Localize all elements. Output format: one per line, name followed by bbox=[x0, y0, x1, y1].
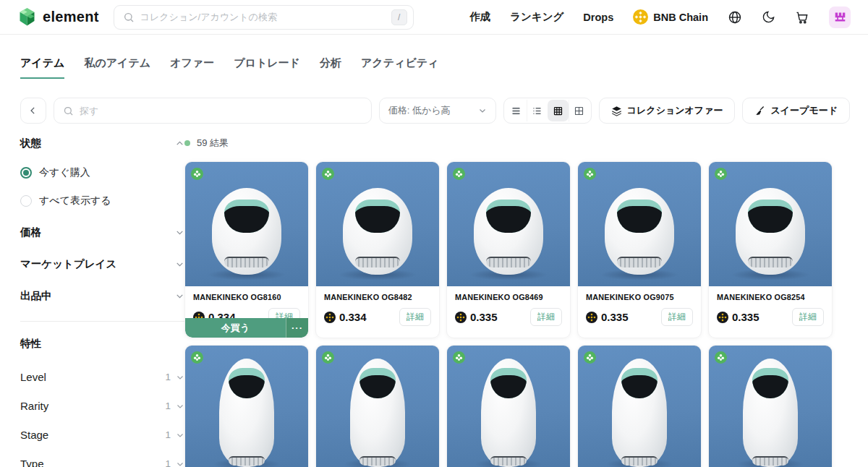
nft-card[interactable] bbox=[708, 345, 833, 467]
results-row: 59 結果 bbox=[184, 137, 850, 150]
broom-icon bbox=[754, 106, 765, 116]
tab-item[interactable]: オファー bbox=[170, 56, 214, 79]
wallet-button[interactable] bbox=[829, 7, 851, 28]
view-small-grid-icon[interactable] bbox=[548, 100, 569, 121]
nft-image bbox=[185, 162, 308, 286]
item-search-input[interactable] bbox=[80, 106, 362, 116]
cart-icon[interactable] bbox=[795, 10, 809, 25]
robot-body bbox=[612, 359, 667, 467]
buy-now-bar[interactable]: 今買う ··· bbox=[185, 318, 308, 338]
nft-card[interactable] bbox=[184, 345, 309, 467]
nft-image bbox=[578, 346, 701, 467]
bnb-coin-icon bbox=[717, 312, 728, 323]
robot-base bbox=[355, 257, 400, 267]
robot-visor bbox=[621, 368, 658, 398]
details-button[interactable]: 詳細 bbox=[661, 308, 693, 326]
details-button[interactable]: 詳細 bbox=[530, 308, 562, 326]
chevron-icon bbox=[175, 228, 184, 237]
robot-base bbox=[359, 456, 396, 466]
robot-visor bbox=[359, 368, 396, 398]
view-detailed-list-icon[interactable] bbox=[506, 100, 527, 121]
trait-filter-row[interactable]: Type 1 bbox=[20, 458, 184, 467]
trait-filter-row[interactable]: Rarity 1 bbox=[20, 400, 184, 412]
details-button[interactable]: 詳細 bbox=[399, 308, 431, 326]
view-list-icon[interactable] bbox=[527, 100, 548, 121]
nft-image bbox=[447, 346, 570, 467]
robot-visor bbox=[229, 368, 265, 398]
dark-mode-moon-icon[interactable] bbox=[762, 10, 775, 24]
chevron-down-icon bbox=[478, 106, 487, 115]
sidebar-divider bbox=[20, 321, 184, 322]
results-count: 59 結果 bbox=[197, 137, 229, 150]
nft-price: 0.334 bbox=[324, 311, 367, 323]
brand-logo[interactable]: element bbox=[17, 7, 99, 27]
collapse-filters-button[interactable] bbox=[20, 98, 46, 124]
filter-section-header[interactable]: 価格 bbox=[20, 226, 184, 239]
filter-section-header[interactable]: マーケットプレイス bbox=[20, 257, 184, 271]
details-button[interactable]: 詳細 bbox=[792, 308, 824, 326]
header-nav-link[interactable]: 作成 bbox=[469, 10, 490, 24]
collection-tabs: アイテム私のアイテムオファープロトレード分析アクティビティ bbox=[0, 56, 868, 79]
nft-image bbox=[185, 346, 308, 467]
nft-title: MANEKINEKO OG8254 bbox=[717, 293, 824, 301]
trait-filter-row[interactable]: Stage 1 bbox=[20, 429, 184, 441]
nft-card[interactable]: MANEKINEKO OG8254 0.335 bbox=[708, 161, 833, 338]
collection-badge-icon bbox=[191, 351, 203, 364]
item-search[interactable] bbox=[54, 98, 372, 124]
nft-image bbox=[709, 346, 832, 467]
nft-card[interactable]: MANEKINEKO OG8160 0.334 bbox=[184, 161, 309, 338]
more-options-button[interactable]: ··· bbox=[286, 318, 308, 338]
radio-option[interactable]: 今すぐ購入 bbox=[20, 166, 184, 179]
collection-badge-icon bbox=[191, 168, 203, 180]
tab-item[interactable]: プロトレード bbox=[234, 56, 300, 79]
bnb-coin-icon bbox=[586, 312, 597, 323]
chevron-down-icon bbox=[176, 460, 184, 467]
nft-card[interactable] bbox=[577, 345, 702, 467]
nft-card[interactable]: MANEKINEKO OG8482 0.334 bbox=[315, 161, 440, 338]
robot-body bbox=[481, 359, 536, 467]
nft-card[interactable]: MANEKINEKO OG9075 0.335 bbox=[577, 161, 702, 338]
collection-badge-icon bbox=[584, 351, 596, 364]
tab-item[interactable]: 私のアイテム bbox=[84, 56, 150, 79]
radio-option[interactable]: すべて表示する bbox=[20, 194, 184, 207]
tab-item[interactable]: アクティビティ bbox=[361, 56, 438, 79]
header-nav-link[interactable]: Drops bbox=[583, 12, 613, 23]
chevron-down-icon bbox=[176, 373, 184, 382]
sweep-mode-button[interactable]: スイープモード bbox=[742, 98, 850, 124]
collection-badge-icon bbox=[584, 168, 596, 180]
robot-body bbox=[350, 359, 405, 467]
nft-card[interactable]: MANEKINEKO OG8469 0.335 bbox=[446, 161, 571, 338]
tab-active[interactable]: アイテム bbox=[20, 56, 64, 79]
sort-dropdown[interactable]: 価格: 低から高 bbox=[379, 98, 496, 124]
collection-badge-icon bbox=[322, 168, 334, 180]
chain-selector[interactable]: BNB Chain bbox=[633, 9, 708, 25]
tab-item[interactable]: 分析 bbox=[320, 56, 341, 79]
nft-card[interactable] bbox=[446, 345, 571, 467]
robot-body bbox=[343, 188, 412, 275]
robot-body bbox=[212, 188, 281, 275]
header-nav-link[interactable]: ランキング bbox=[510, 10, 563, 24]
filter-section-header[interactable]: 状態 bbox=[20, 137, 184, 150]
nft-image bbox=[578, 162, 701, 286]
language-globe-icon[interactable] bbox=[728, 10, 742, 25]
view-toggle-group bbox=[503, 98, 592, 124]
nft-price: 0.335 bbox=[455, 311, 498, 323]
global-search[interactable]: / bbox=[114, 5, 414, 30]
trait-filter-row[interactable]: Level 1 bbox=[20, 371, 184, 383]
radio-icon bbox=[20, 167, 32, 179]
nft-card[interactable] bbox=[315, 345, 440, 467]
robot-body bbox=[474, 188, 543, 275]
chevron-icon bbox=[175, 291, 184, 301]
collection-offer-button[interactable]: コレクションオファー bbox=[599, 98, 736, 124]
filter-section-header[interactable]: 出品中 bbox=[20, 289, 184, 303]
search-shortcut-key: / bbox=[391, 9, 407, 25]
global-search-input[interactable] bbox=[140, 12, 386, 22]
robot-base bbox=[490, 456, 527, 466]
robot-body bbox=[605, 188, 674, 275]
buy-now-label[interactable]: 今買う bbox=[185, 318, 286, 338]
robot-visor bbox=[748, 200, 793, 233]
search-icon bbox=[63, 106, 74, 116]
view-large-grid-icon[interactable] bbox=[569, 100, 590, 121]
robot-visor bbox=[355, 200, 400, 233]
collection-badge-icon bbox=[715, 351, 727, 364]
